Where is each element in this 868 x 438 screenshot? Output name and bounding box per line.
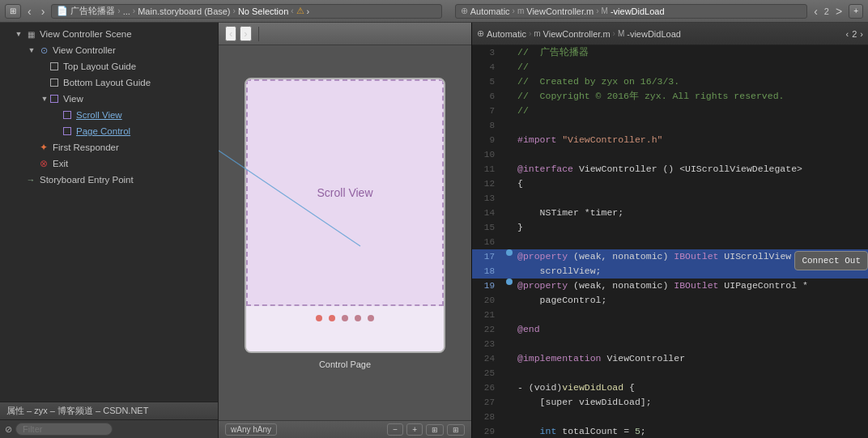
code-panel: ⊕ Automatic › m ViewController.m › M -vi… bbox=[471, 23, 868, 438]
tree-arrow-vc[interactable] bbox=[26, 46, 37, 54]
dot-2 bbox=[329, 315, 335, 321]
tree-item-page-control[interactable]: Page Control bbox=[0, 123, 218, 139]
scroll-view-canvas[interactable]: Scroll View bbox=[246, 79, 444, 306]
breadcrumb-icon-doc: 📄 bbox=[57, 6, 68, 16]
code-breadcrumb-file[interactable]: ViewController.m bbox=[543, 29, 611, 39]
breadcrumb-item-storyboard[interactable]: Main.storyboard (Base) bbox=[138, 6, 230, 16]
filter-bar: ⊘ bbox=[0, 419, 218, 438]
canvas-toolbar-sep bbox=[258, 27, 259, 41]
zoom-1x-btn[interactable]: ⊞ bbox=[447, 424, 465, 436]
code-line-15: 15 } bbox=[472, 220, 868, 235]
first-responder-icon: ✦ bbox=[37, 142, 50, 153]
nav-tree: ▦ View Controller Scene ⊙ View Controlle… bbox=[0, 23, 218, 402]
left-breadcrumb: 📄 广告轮播器 › ... › Main.storyboard (Base) ›… bbox=[51, 4, 441, 19]
code-back-btn[interactable]: ‹ bbox=[811, 0, 821, 23]
code-toolbar: ⊕ Automatic › m ViewController.m › M -vi… bbox=[472, 23, 868, 45]
code-line-19: 19 @property (weak, nonatomic) IBOutlet … bbox=[472, 279, 868, 293]
breadcrumb-item-ellipsis[interactable]: ... bbox=[123, 6, 130, 16]
code-m-badge: m bbox=[534, 29, 540, 38]
canvas-size-controls: − + ⊞ ⊞ bbox=[387, 423, 465, 436]
tree-item-exit[interactable]: ⊗ Exit bbox=[0, 155, 218, 172]
page-control-canvas[interactable] bbox=[246, 306, 444, 330]
method-badge: M bbox=[602, 6, 608, 15]
canvas-bottom-toolbar: wAny hAny − + ⊞ ⊞ bbox=[219, 420, 471, 438]
breadcrumb-scheme[interactable]: Automatic bbox=[470, 6, 510, 16]
code-editor[interactable]: 3 // 广告轮播器 4 // 5 // Created by zyx on 1… bbox=[472, 45, 868, 438]
add-button[interactable]: + bbox=[849, 4, 863, 19]
filter-input[interactable] bbox=[15, 423, 113, 436]
canvas-area: Scroll View Control Page bbox=[219, 45, 471, 420]
layout-icon-top bbox=[50, 62, 58, 70]
zoom-fit-btn[interactable]: ⊞ bbox=[426, 424, 444, 436]
tree-arrow-vc-scene[interactable] bbox=[13, 30, 24, 38]
tree-label-exit: Exit bbox=[53, 159, 68, 168]
tree-label-scroll-view: Scroll View bbox=[76, 110, 122, 120]
main-area: ▦ View Controller Scene ⊙ View Controlle… bbox=[0, 23, 868, 438]
code-breadcrumb-automatic[interactable]: Automatic bbox=[487, 29, 526, 39]
code-line-8: 8 bbox=[472, 118, 868, 133]
page-indicator: 2 bbox=[824, 6, 829, 16]
tree-item-top-layout[interactable]: Top Layout Guide bbox=[0, 58, 218, 74]
canvas-nav-left[interactable]: ‹ bbox=[225, 26, 236, 41]
grid-icon: ⊞ bbox=[10, 6, 16, 15]
breadcrumb-item-app[interactable]: 广告轮播器 bbox=[70, 5, 115, 17]
code-line-17: 17 @property (weak, nonatomic) IBOutlet … bbox=[472, 249, 868, 264]
forward-button[interactable]: › bbox=[38, 0, 49, 23]
tree-item-first-responder[interactable]: ✦ First Responder bbox=[0, 139, 218, 155]
right-breadcrumb: ⊕ Automatic › m ViewController.m › M -vi… bbox=[455, 4, 808, 19]
left-bottom-bar: 属性 – zyx – 博客频道 – CSDN.NET bbox=[0, 402, 218, 419]
scene-icon: ▦ bbox=[24, 28, 37, 40]
code-line-7: 7 // bbox=[472, 104, 868, 118]
tree-item-bottom-layout[interactable]: Bottom Layout Guide bbox=[0, 74, 218, 91]
code-next-btn[interactable]: › bbox=[860, 29, 863, 39]
canvas-panel: ‹ › Scroll View bbox=[219, 23, 471, 438]
dot-4 bbox=[355, 315, 361, 321]
code-line-9: 9 #import "ViewController.h" bbox=[472, 133, 868, 147]
dot-3 bbox=[342, 315, 348, 321]
breakpoint-dot-19[interactable] bbox=[506, 279, 513, 285]
grid-button[interactable]: ⊞ bbox=[5, 4, 21, 19]
code-line-12: 12 { bbox=[472, 176, 868, 191]
breadcrumb-item-nav[interactable]: › bbox=[307, 6, 310, 16]
tree-item-vc-scene[interactable]: ▦ View Controller Scene bbox=[0, 26, 218, 42]
code-line-27: 27 [super viewDidLoad]; bbox=[472, 395, 868, 410]
code-page-num: 2 bbox=[852, 29, 857, 39]
code-forward-btn[interactable]: > bbox=[832, 0, 845, 23]
size-class-btn[interactable]: wAny hAny bbox=[225, 423, 277, 436]
code-toolbar-right: ‹ 2 › bbox=[846, 29, 863, 39]
code-prev-btn[interactable]: ‹ bbox=[846, 29, 849, 39]
breadcrumb-item-selection[interactable]: No Selection bbox=[238, 6, 288, 16]
code-line-21: 21 bbox=[472, 308, 868, 322]
code-line-29: 29 int totalCount = 5; bbox=[472, 424, 868, 438]
code-line-28: 28 bbox=[472, 410, 868, 424]
vc-icon: ⊙ bbox=[37, 45, 50, 56]
tree-item-view-controller[interactable]: ⊙ View Controller bbox=[0, 42, 218, 58]
canvas-nav-right[interactable]: › bbox=[240, 26, 251, 41]
tree-label-bottom-layout: Bottom Layout Guide bbox=[63, 78, 151, 87]
blog-label: 属性 – zyx – 博客频道 – CSDN.NET bbox=[6, 405, 148, 417]
code-breadcrumb-method[interactable]: -viewDidLoad bbox=[627, 29, 681, 39]
tree-item-view[interactable]: View bbox=[0, 91, 218, 107]
code-breadcrumb: ⊕ Automatic › m ViewController.m › M -vi… bbox=[477, 28, 681, 39]
code-line-25: 25 bbox=[472, 366, 868, 381]
code-method-badge: M bbox=[618, 29, 624, 38]
breakpoint-dot-17[interactable] bbox=[506, 249, 513, 256]
top-toolbar: ⊞ ‹ › 📄 广告轮播器 › ... › Main.storyboard (B… bbox=[0, 0, 868, 23]
dot-1 bbox=[316, 315, 322, 321]
zoom-out-btn[interactable]: − bbox=[387, 423, 403, 436]
scroll-view-icon bbox=[63, 111, 71, 119]
tree-item-scroll-view[interactable]: Scroll View bbox=[0, 107, 218, 123]
breadcrumb-file[interactable]: ViewController.m bbox=[526, 6, 594, 16]
code-line-22: 22 @end bbox=[472, 322, 868, 337]
m-badge: m bbox=[517, 6, 524, 15]
zoom-in-btn[interactable]: + bbox=[406, 423, 423, 436]
filter-icon: ⊘ bbox=[5, 424, 12, 435]
code-line-20: 20 pageControl; bbox=[472, 293, 868, 308]
tree-item-storyboard-entry[interactable]: → Storyboard Entry Point bbox=[0, 172, 218, 188]
tree-label-page-control: Page Control bbox=[76, 126, 130, 136]
back-button[interactable]: ‹ bbox=[24, 0, 35, 23]
breadcrumb-method[interactable]: -viewDidLoad bbox=[611, 6, 665, 16]
entry-icon: → bbox=[24, 174, 37, 185]
tree-label-top-layout: Top Layout Guide bbox=[63, 62, 136, 71]
tree-arrow-view[interactable] bbox=[39, 95, 50, 103]
